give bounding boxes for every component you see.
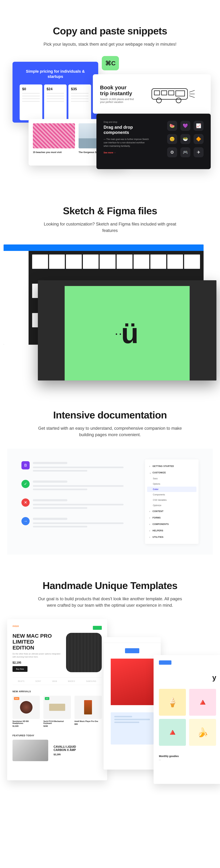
icon-grid: 🍉 💜 📈 😊 🥗 🔶 ⚙ 🎮 ✈ xyxy=(167,121,204,162)
arrow-icon: → xyxy=(22,517,30,525)
grid-icon: 💜 xyxy=(180,121,190,131)
gallery-title: y xyxy=(159,674,216,682)
section3-subtitle: Get started with an easy to understand, … xyxy=(37,425,183,438)
grid-icon: 🥗 xyxy=(180,134,190,144)
new-arrivals-heading: NEW ARRIVALS xyxy=(12,690,102,693)
trip-title: Book yourtrip instantly xyxy=(100,85,139,96)
nav-components-sub[interactable]: Components xyxy=(145,492,198,497)
section2-title: Sketch & Figma files xyxy=(0,205,220,217)
x-icon: ✕ xyxy=(22,498,30,507)
figma-window: ü xyxy=(38,280,216,380)
product-card[interactable]: New Sennheiser HD 650 Headphones $1,920 xyxy=(12,696,40,727)
beach-img-1 xyxy=(33,123,75,148)
nav-utilities[interactable]: UTILITIES xyxy=(145,534,198,540)
grid-icon: 📈 xyxy=(193,121,204,131)
copy-badge: ⌘C xyxy=(102,56,119,70)
featured-heading: FEATURED TODAY xyxy=(12,734,102,737)
product-name: Sechi F5 K4 Mechanical Keyboard xyxy=(43,720,71,724)
brand-logo-u: ü xyxy=(121,317,139,350)
grid-icon: 🍉 xyxy=(167,121,177,131)
dark-title: Drag and drop components xyxy=(104,125,156,135)
nav-content[interactable]: CONTENT xyxy=(145,508,198,515)
section1-title: Copy and paste snippets xyxy=(0,25,220,37)
product-card[interactable]: Astell Music Player Pro One $99 xyxy=(74,696,102,727)
bus-illustration xyxy=(150,83,196,105)
cta-button[interactable] xyxy=(125,648,139,653)
figma-preview: ü xyxy=(4,245,216,384)
featured-image xyxy=(12,740,48,761)
template-middle xyxy=(104,637,161,770)
featured-name: CAVALLI LIQUID CARBON X AMP xyxy=(53,745,86,752)
featured-price: $2,295 xyxy=(53,753,86,756)
svg-rect-4 xyxy=(176,91,185,96)
section4-title: Handmade Unique Templates xyxy=(0,580,220,591)
snippets-collage: Simple pricing for individuals & startup… xyxy=(7,58,213,180)
hero-image-red xyxy=(111,659,154,705)
svg-point-6 xyxy=(176,98,181,103)
bootstrap-icon: B xyxy=(22,461,30,469)
gallery-tile[interactable]: 🔺 xyxy=(159,719,186,746)
grid-icon: ⚙ xyxy=(167,147,177,157)
cta-button[interactable] xyxy=(159,660,172,665)
price-col: $0 xyxy=(20,85,42,120)
gallery-tile[interactable]: 🍦 xyxy=(159,689,186,716)
nav-cssvars[interactable]: CSS Variables xyxy=(145,497,198,503)
monthly-goodies-heading: Monthly goodies xyxy=(159,755,216,757)
macpro-image xyxy=(66,633,102,672)
section2-subtitle: Looking for customization? Sketch and Fi… xyxy=(37,221,183,234)
gallery-tile[interactable]: 🔺 xyxy=(189,689,216,716)
hero-body: Do the other thats an ultimate power opt… xyxy=(12,652,61,658)
nav-getting-started[interactable]: GETTING STARTED xyxy=(145,463,198,469)
svg-rect-0 xyxy=(152,89,187,99)
nav-customize[interactable]: CUSTOMIZE xyxy=(145,469,198,476)
nav-optimize[interactable]: Optimize xyxy=(145,503,198,508)
price-2: $35 xyxy=(71,87,88,91)
nav-components[interactable]: COMPONENTS xyxy=(145,521,198,527)
cart-button[interactable] xyxy=(93,626,102,630)
price-col: $24 xyxy=(44,85,67,120)
svg-rect-3 xyxy=(169,91,174,95)
svg-point-5 xyxy=(156,98,161,103)
grid-icon: 🎮 xyxy=(180,147,190,157)
grid-icon: 🔶 xyxy=(193,134,204,144)
grid-icon: ✈ xyxy=(193,147,204,157)
svg-rect-2 xyxy=(161,91,167,95)
nav-options[interactable]: Options xyxy=(145,481,198,487)
product-price: $99 xyxy=(74,723,102,725)
nav-helpers[interactable]: HELPERS xyxy=(145,527,198,534)
template-gallery: y 🍦 🔺 🔺 🍌 Monthly goodies — xyxy=(154,655,220,784)
product-price: $1,920 xyxy=(12,725,40,727)
docs-preview: B ✓ ✕ → GETTING STARTED CUSTOMIZE Sass O… xyxy=(7,449,213,555)
nav-sass[interactable]: Sass xyxy=(145,476,198,481)
price-0: $0 xyxy=(22,87,40,91)
check-icon: ✓ xyxy=(22,480,30,488)
docs-sidebar: GETTING STARTED CUSTOMIZE Sass Options C… xyxy=(145,459,198,544)
beach-caption-1: 15 beaches you must visit xyxy=(33,151,75,154)
pricing-card: Simple pricing for individuals & startup… xyxy=(12,62,98,123)
nav-forms[interactable]: FORMS xyxy=(145,515,198,521)
section1-subtitle: Pick your layouts, stack them and get yo… xyxy=(37,41,183,48)
price-col: $35 xyxy=(68,85,91,120)
product-name: Sennheiser HD 650 Headphones xyxy=(12,720,40,724)
gallery-tile[interactable]: 🍌 xyxy=(189,719,216,746)
dark-more-link[interactable]: See more → xyxy=(104,151,116,154)
trip-subtitle: Search 14,600 places and find your perfe… xyxy=(100,98,139,103)
product-badge: New xyxy=(14,697,19,700)
brand: BEATS xyxy=(18,680,25,682)
product-price: $240 xyxy=(43,725,71,727)
buy-button[interactable]: Buy Now xyxy=(12,666,28,672)
dark-eyebrow: Drag and drop xyxy=(104,121,156,123)
product-card[interactable]: 4.5 Sechi F5 K4 Mechanical Keyboard $240 xyxy=(43,696,71,727)
price-1: $24 xyxy=(47,87,64,91)
trip-card: Book yourtrip instantly Search 14,600 pl… xyxy=(93,74,211,114)
section4-subtitle: Our goal is to build products that does'… xyxy=(37,596,183,609)
product-name: Astell Music Player Pro One xyxy=(74,720,102,722)
brand: SONY xyxy=(35,680,41,682)
product-badge: 4.5 xyxy=(45,697,49,700)
shop-logo: müze xyxy=(12,625,19,627)
pricing-heading: Simple pricing for individuals & startup… xyxy=(20,69,91,79)
nav-color-active[interactable]: Color xyxy=(147,487,196,492)
brand-row: BEATS SONY VAVA MADEX SAMSUNG xyxy=(12,678,102,685)
monthly-goodies-sub: — xyxy=(159,758,216,761)
brand: MADEX xyxy=(68,680,75,682)
